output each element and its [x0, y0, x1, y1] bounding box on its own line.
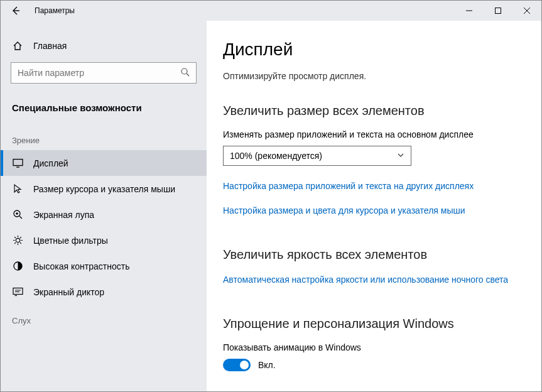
sidebar-item-color-filters[interactable]: Цветные фильтры — [1, 227, 207, 253]
animations-toggle-label: Вкл. — [258, 360, 276, 370]
simplify-heading: Упрощение и персонализация Windows — [223, 317, 525, 331]
narrator-icon — [12, 286, 23, 297]
animations-toggle[interactable] — [223, 359, 251, 371]
maximize-button[interactable] — [484, 1, 512, 21]
cursor-icon — [12, 183, 23, 194]
svg-rect-0 — [496, 8, 501, 14]
svg-rect-2 — [13, 160, 23, 166]
minimize-button[interactable] — [455, 1, 484, 21]
close-button[interactable] — [512, 1, 541, 21]
sidebar-item-label: Размер курсора и указателя мыши — [33, 184, 175, 194]
link-cursor-settings[interactable]: Настройка размера и цвета для курсора и … — [223, 204, 525, 217]
sidebar-item-label: Экранный диктор — [33, 287, 104, 297]
window-title: Параметры — [31, 6, 455, 15]
page-title: Дисплей — [223, 40, 525, 60]
scale-heading: Увеличить размер всех элементов — [223, 104, 525, 118]
sidebar-item-label: Дисплей — [33, 158, 68, 168]
main-content: Дисплей Оптимизируйте просмотр дисплея. … — [207, 21, 541, 391]
home-label: Главная — [33, 41, 67, 51]
chevron-down-icon — [397, 151, 404, 161]
sidebar-item-narrator[interactable]: Экранный диктор — [1, 279, 207, 305]
sidebar-item-cursor-size[interactable]: Размер курсора и указателя мыши — [1, 176, 207, 202]
svg-point-1 — [182, 68, 187, 74]
sidebar-item-label: Экранная лупа — [33, 210, 94, 220]
brightness-icon — [12, 235, 23, 246]
group-vision-label: Зрение — [1, 124, 207, 150]
display-icon — [12, 158, 23, 168]
search-icon — [180, 67, 190, 79]
window-controls — [455, 1, 541, 21]
back-button[interactable] — [1, 1, 31, 21]
sidebar-item-label: Цветные фильтры — [33, 236, 108, 246]
arrow-left-icon — [11, 6, 21, 16]
brightness-heading: Увеличить яркость всех элементов — [223, 248, 525, 262]
sidebar: Главная Специальные возможности Зрение Д… — [1, 21, 207, 391]
search-input[interactable] — [11, 62, 197, 84]
title-bar: Параметры — [1, 1, 541, 21]
sidebar-item-high-contrast[interactable]: Высокая контрастность — [1, 253, 207, 279]
scale-dropdown-value: 100% (рекомендуется) — [230, 151, 322, 161]
home-link[interactable]: Главная — [1, 35, 207, 57]
sidebar-item-label: Высокая контрастность — [33, 261, 129, 271]
link-other-displays[interactable]: Настройка размера приложений и текста на… — [223, 180, 525, 193]
magnifier-icon — [12, 209, 23, 220]
animations-label: Показывать анимацию в Windows — [223, 342, 525, 352]
sidebar-item-display[interactable]: Дисплей — [1, 150, 207, 176]
svg-point-4 — [16, 238, 19, 242]
svg-rect-6 — [13, 288, 23, 295]
link-auto-brightness[interactable]: Автоматическая настройка яркости или исп… — [223, 273, 525, 286]
sidebar-item-magnifier[interactable]: Экранная лупа — [1, 202, 207, 227]
group-hearing-label: Слух — [1, 305, 207, 330]
scale-dropdown[interactable]: 100% (рекомендуется) — [223, 146, 411, 166]
scale-label: Изменять размер приложений и текста на о… — [223, 129, 525, 139]
category-header: Специальные возможности — [1, 97, 207, 124]
search-field[interactable] — [11, 62, 197, 84]
page-subtitle: Оптимизируйте просмотр дисплея. — [223, 71, 525, 81]
contrast-icon — [12, 261, 23, 271]
home-icon — [12, 41, 23, 51]
